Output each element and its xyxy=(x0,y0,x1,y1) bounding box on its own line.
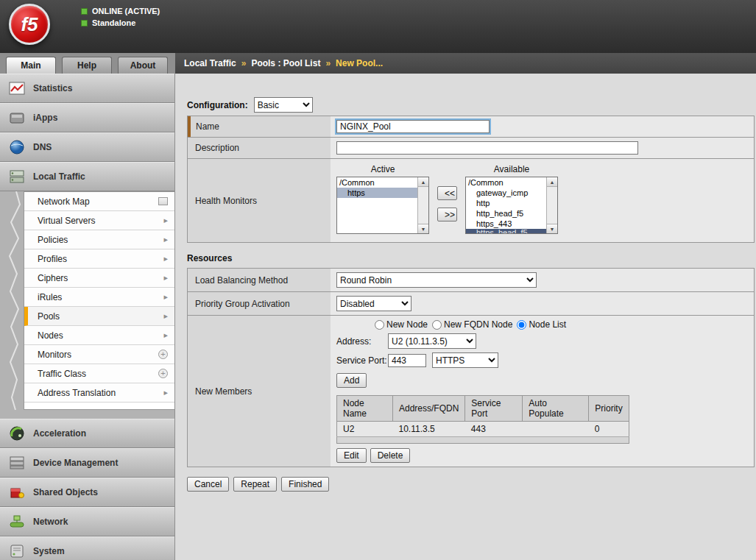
address-select[interactable]: U2 (10.11.3.5) xyxy=(388,333,476,349)
sidebar-item-label: iApps xyxy=(33,113,57,123)
nav-row: Main Help About Local Traffic » Pools : … xyxy=(0,53,756,74)
lb-method-row: Load Balancing Method Round Robin xyxy=(188,269,754,291)
active-header: Active xyxy=(371,164,395,174)
sidebar-item-iapps[interactable]: iApps xyxy=(0,103,174,132)
sidebar-item-statistics[interactable]: Statistics xyxy=(0,74,174,103)
list-item-partial[interactable]: https_head_f5 xyxy=(466,229,546,233)
sidebar-item-shared-objects[interactable]: Shared Objects xyxy=(0,478,174,507)
available-monitors-items: /Common gateway_icmp http http_head_f5 h… xyxy=(466,177,546,233)
description-value-cell xyxy=(331,138,754,158)
sidebar-item-network-map[interactable]: Network Map xyxy=(24,192,174,211)
sidebar-item-network[interactable]: Network xyxy=(0,507,174,536)
sidebar-item-traffic-class[interactable]: Traffic Class + xyxy=(24,364,174,383)
dns-icon xyxy=(7,139,27,155)
member-type-radios: New Node New FQDN Node Node List xyxy=(375,319,748,330)
sidebar-item-irules[interactable]: iRules ▸ xyxy=(24,288,174,307)
lb-method-select[interactable]: Round Robin xyxy=(336,272,537,288)
service-port-input[interactable] xyxy=(388,354,426,367)
radio-new-fqdn-node[interactable]: New FQDN Node xyxy=(432,319,512,330)
scroll-up-icon[interactable]: ▲ xyxy=(547,177,557,187)
new-members-value-cell: New Node New FQDN Node Node List xyxy=(331,316,754,467)
available-list-scrollbar[interactable]: ▲ ▼ xyxy=(546,177,557,233)
delete-member-button[interactable]: Delete xyxy=(370,448,411,463)
sidebar-item-local-traffic[interactable]: Local Traffic xyxy=(0,162,174,191)
name-input[interactable] xyxy=(336,120,490,133)
move-to-active-button[interactable]: << xyxy=(437,186,457,200)
edit-member-button[interactable]: Edit xyxy=(336,448,367,463)
name-label: Name xyxy=(188,116,331,137)
scroll-down-icon[interactable]: ▼ xyxy=(418,224,428,233)
radio-label: New FQDN Node xyxy=(444,319,512,330)
sidebar-item-profiles[interactable]: Profiles ▸ xyxy=(24,249,174,269)
plus-circle-icon[interactable]: + xyxy=(158,369,168,378)
breadcrumb-pool-list[interactable]: Pools : Pool List xyxy=(251,58,320,68)
member-row[interactable]: U2 10.11.3.5 443 0 xyxy=(337,422,629,437)
list-item-selected[interactable]: https xyxy=(337,188,417,198)
service-port-label: Service Port: xyxy=(336,355,388,366)
move-to-available-button[interactable]: >> xyxy=(437,208,457,221)
tab-about[interactable]: About xyxy=(118,57,168,74)
shared-objects-icon xyxy=(7,484,27,500)
add-member-button[interactable]: Add xyxy=(336,373,367,388)
name-value-cell xyxy=(331,116,754,137)
chevron-right-icon: ▸ xyxy=(163,235,168,244)
bigip-app: f5 ONLINE (ACTIVE) Standalone Main Help … xyxy=(0,0,756,560)
sidebar-item-policies[interactable]: Policies ▸ xyxy=(24,230,174,249)
sidebar-item-label: Statistics xyxy=(33,83,72,93)
finished-button[interactable]: Finished xyxy=(281,477,329,492)
scroll-down-icon[interactable]: ▼ xyxy=(547,224,557,233)
list-item[interactable]: https_443 xyxy=(466,219,546,229)
list-item[interactable]: /Common xyxy=(337,177,417,188)
health-monitors-label-text: Health Monitors xyxy=(195,196,257,206)
member-priority: 0 xyxy=(589,422,629,437)
repeat-button[interactable]: Repeat xyxy=(233,477,277,492)
sidebar-item-address-translation[interactable]: Address Translation ▸ xyxy=(24,383,174,403)
new-node-radio[interactable] xyxy=(375,320,384,330)
breadcrumb-local-traffic[interactable]: Local Traffic xyxy=(184,58,236,68)
members-table-filler-row xyxy=(337,437,629,444)
available-monitors-list[interactable]: /Common gateway_icmp http http_head_f5 h… xyxy=(465,177,558,234)
sidebar-item-ciphers[interactable]: Ciphers ▸ xyxy=(24,269,174,288)
sidebar-item-acceleration[interactable]: Acceleration xyxy=(0,419,174,448)
standalone-status-text: Standalone xyxy=(92,18,135,27)
configuration-select[interactable]: Basic xyxy=(254,97,313,113)
online-status-text: ONLINE (ACTIVE) xyxy=(92,7,160,15)
f5-logo[interactable]: f5 xyxy=(9,4,50,45)
node-list-radio[interactable] xyxy=(517,320,526,330)
radio-node-list[interactable]: Node List xyxy=(517,319,566,330)
sidebar-item-dns[interactable]: DNS xyxy=(0,132,174,162)
sidebar-item-system[interactable]: System xyxy=(0,536,174,560)
sidebar-item-device-management[interactable]: Device Management xyxy=(0,448,174,478)
plus-circle-icon[interactable]: + xyxy=(158,350,168,359)
list-item[interactable]: http xyxy=(466,198,546,208)
sidebar-item-pools[interactable]: Pools ▸ xyxy=(24,307,174,326)
resources-section-title: Resources xyxy=(187,253,756,263)
lb-method-value-cell: Round Robin xyxy=(331,269,754,291)
priority-group-select[interactable]: Disabled xyxy=(336,296,411,311)
active-monitors-column: Active /Common https ▲ ▼ xyxy=(336,164,429,234)
list-item[interactable]: /Common xyxy=(466,177,546,188)
member-node-name: U2 xyxy=(337,422,393,437)
service-name-select[interactable]: HTTPS xyxy=(432,352,498,368)
priority-group-label: Priority Group Activation xyxy=(188,292,331,315)
description-label-text: Description xyxy=(195,143,239,153)
content-area: Configuration: Basic Name Descr xyxy=(175,74,756,560)
cancel-button[interactable]: Cancel xyxy=(187,477,229,492)
sidebar-item-virtual-servers[interactable]: Virtual Servers ▸ xyxy=(24,211,174,230)
sidebar-item-nodes[interactable]: Nodes ▸ xyxy=(24,326,174,345)
list-item[interactable]: gateway_icmp xyxy=(466,188,546,198)
tab-help[interactable]: Help xyxy=(62,57,112,74)
subitem-label: Traffic Class xyxy=(38,369,86,379)
active-monitors-list[interactable]: /Common https ▲ ▼ xyxy=(336,177,429,234)
tab-main[interactable]: Main xyxy=(6,57,56,74)
list-item[interactable]: http_head_f5 xyxy=(466,208,546,219)
column-header: Node Name xyxy=(337,396,393,422)
description-input[interactable] xyxy=(336,141,638,155)
new-fqdn-node-radio[interactable] xyxy=(432,320,442,330)
radio-new-node[interactable]: New Node xyxy=(375,319,428,330)
form-actions: Cancel Repeat Finished xyxy=(187,477,756,492)
breadcrumb-separator-icon: » xyxy=(325,58,331,68)
active-list-scrollbar[interactable]: ▲ ▼ xyxy=(417,177,428,233)
scroll-up-icon[interactable]: ▲ xyxy=(418,177,428,187)
sidebar-item-monitors[interactable]: Monitors + xyxy=(24,345,174,364)
